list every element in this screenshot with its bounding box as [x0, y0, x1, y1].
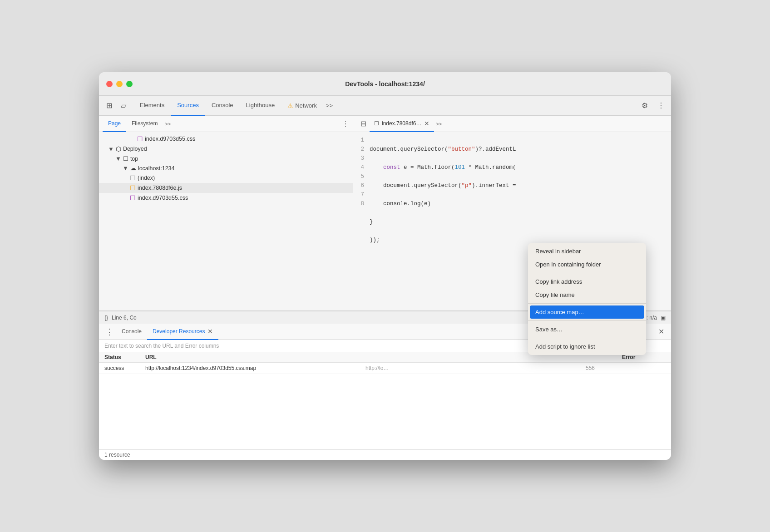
inspect-icon[interactable]: ⊞: [103, 99, 115, 112]
tab-network[interactable]: ⚠ Network: [281, 99, 323, 112]
devtools-window: DevTools - localhost:1234/ ⊞ ▱ Elements …: [99, 72, 671, 460]
file-index-css-top[interactable]: ☐ index.d9703d55.css: [99, 134, 353, 144]
context-menu: Reveal in sidebar Open in containing fol…: [528, 243, 646, 355]
folder-arrow: ▼: [115, 155, 121, 162]
tab-more[interactable]: >>: [323, 99, 336, 112]
settings-icon[interactable]: ⚙: [638, 99, 651, 112]
tab-icons: ⊞ ▱: [103, 99, 130, 112]
tab-sources[interactable]: Sources: [171, 96, 205, 116]
file-label: index.d9703d55.css: [138, 195, 188, 201]
folder-arrow: ▼: [123, 165, 128, 172]
tab-close-btn[interactable]: ✕: [424, 120, 429, 127]
warning-icon: ⚠: [287, 102, 293, 109]
right-panel: ⊟ ☐ index.7808df6… ✕ >> 1 2 3 4 5 6 7 8: [353, 116, 671, 310]
js-file-icon: ☐: [130, 184, 136, 192]
cell-num: 556: [580, 363, 617, 374]
minimize-button[interactable]: [116, 81, 123, 87]
file-label: index.7808df6e.js: [138, 185, 182, 191]
menu-separator-2: [528, 303, 646, 304]
deployed-icon: ⬡: [116, 145, 121, 153]
window-title: DevTools - localhost:1234/: [345, 80, 425, 88]
file-tab-icon: ☐: [374, 120, 379, 127]
css-file-icon: ☐: [130, 194, 136, 202]
left-panel: Page Filesystem >> ⋮ ☐ index.d9703d55.cs…: [99, 116, 353, 310]
folder-label: Deployed: [123, 146, 147, 152]
line-numbers: 1 2 3 4 5 6 7 8: [353, 132, 370, 310]
menu-copy-filename[interactable]: Copy file name: [528, 288, 646, 301]
editor-tab-label: index.7808df6…: [382, 120, 421, 127]
menu-open-folder[interactable]: Open in containing folder: [528, 258, 646, 271]
css-file-icon: ☐: [137, 135, 143, 143]
menu-add-source-map[interactable]: Add source map…: [530, 305, 644, 319]
menu-ignore-list[interactable]: Add script to ignore list: [528, 340, 646, 353]
more-options-icon[interactable]: ⋮: [655, 99, 667, 112]
panel-tabs: Page Filesystem >> ⋮: [99, 116, 353, 132]
code-content: document.querySelector("button")?.addEve…: [370, 132, 516, 310]
cloud-icon: ☁: [130, 165, 136, 172]
tab-console-bottom[interactable]: Console: [116, 324, 147, 340]
editor-tab-js[interactable]: ☐ index.7808df6… ✕: [370, 116, 434, 132]
menu-separator-3: [528, 320, 646, 321]
table-empty-space: [99, 374, 671, 449]
tab-right-icons: ⚙ ⋮: [638, 99, 667, 112]
menu-separator-1: [528, 273, 646, 273]
file-icon: ☐: [130, 174, 136, 182]
traffic-lights: [106, 81, 133, 87]
main-tabs: ⊞ ▱ Elements Sources Console Lighthouse …: [99, 96, 671, 116]
close-button[interactable]: [106, 81, 113, 87]
tab-network-label: Network: [295, 102, 317, 109]
main-content: Page Filesystem >> ⋮ ☐ index.d9703d55.cs…: [99, 116, 671, 311]
tab-console[interactable]: Console: [205, 96, 240, 116]
cell-status: success: [99, 363, 140, 374]
col-status: Status: [99, 352, 140, 362]
table-row: success http://localhost:1234/index.d970…: [99, 363, 671, 374]
menu-save-as[interactable]: Save as…: [528, 323, 646, 336]
file-index[interactable]: ☐ (index): [99, 173, 353, 183]
folder-label: localhost:1234: [138, 165, 175, 172]
file-tree: ☐ index.d9703d55.css ▼ ⬡ Deployed ▼ ☐ to…: [99, 132, 353, 310]
folder-label: top: [130, 156, 138, 162]
footer-status: 1 resource: [99, 449, 671, 460]
maximize-button[interactable]: [126, 81, 133, 87]
device-icon[interactable]: ▱: [117, 99, 130, 112]
cell-url2: http://lo…: [360, 363, 580, 374]
folder-top[interactable]: ▼ ☐ top: [99, 154, 353, 163]
console-drawer-icon[interactable]: ▣: [661, 315, 666, 321]
format-icon[interactable]: {}: [104, 315, 108, 321]
tab-page[interactable]: Page: [103, 116, 126, 132]
tab-panel-more[interactable]: >>: [163, 119, 173, 128]
folder-localhost[interactable]: ▼ ☁ localhost:1234: [99, 163, 353, 173]
status-line: Line 6, Co: [112, 315, 137, 321]
file-index-js[interactable]: ☐ index.7808df6e.js: [99, 183, 353, 193]
bottom-dots[interactable]: ⋮: [103, 327, 116, 337]
bottom-panel-close[interactable]: ✕: [655, 325, 667, 338]
title-bar: DevTools - localhost:1234/: [99, 72, 671, 96]
folder-arrow: ▼: [108, 146, 114, 153]
panel-dots[interactable]: ⋮: [342, 119, 349, 128]
folder-deployed[interactable]: ▼ ⬡ Deployed: [99, 144, 353, 154]
menu-reveal-sidebar[interactable]: Reveal in sidebar: [528, 245, 646, 258]
col-url: URL: [140, 352, 360, 362]
menu-copy-link[interactable]: Copy link address: [528, 275, 646, 288]
tab-editor-more[interactable]: >>: [434, 119, 444, 128]
tab-lighthouse[interactable]: Lighthouse: [240, 96, 281, 116]
file-label: (index): [138, 175, 155, 181]
file-index-css[interactable]: ☐ index.d9703d55.css: [99, 193, 353, 203]
menu-separator-4: [528, 338, 646, 338]
tab-devresources-close[interactable]: ✕: [207, 328, 213, 335]
editor-tabs: ⊟ ☐ index.7808df6… ✕ >>: [353, 116, 671, 132]
tab-developer-resources[interactable]: Developer Resources ✕: [147, 324, 218, 340]
tab-elements[interactable]: Elements: [133, 96, 171, 116]
file-label: index.d9703d55.css: [145, 136, 195, 142]
top-icon: ☐: [123, 155, 128, 162]
tab-filesystem[interactable]: Filesystem: [126, 116, 163, 132]
sidebar-toggle-icon[interactable]: ⊟: [357, 118, 370, 130]
cell-error: [617, 363, 671, 374]
cell-url: http://localhost:1234/index.d9703d55.css…: [140, 363, 360, 374]
